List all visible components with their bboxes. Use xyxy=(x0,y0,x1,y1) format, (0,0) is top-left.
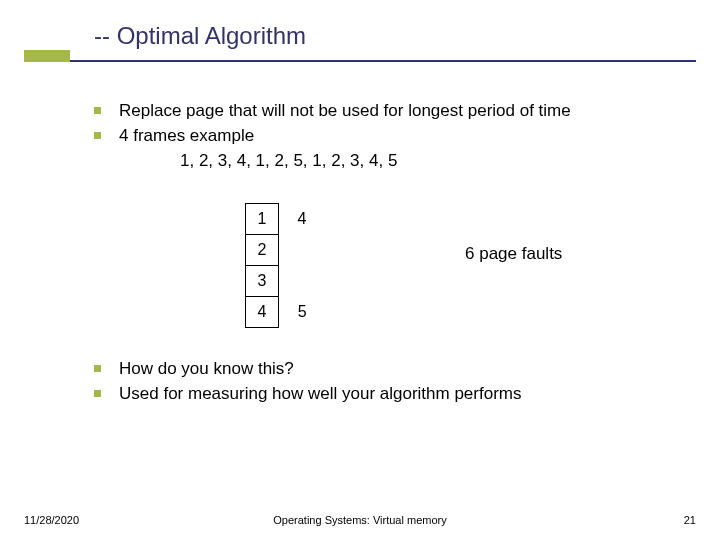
frame-side-cell: 5 xyxy=(279,296,319,327)
slide-content: Replace page that will not be used for l… xyxy=(70,100,680,408)
frame-side-cell xyxy=(279,234,319,265)
bullet-text: How do you know this? xyxy=(119,358,294,381)
bullet-item: Replace page that will not be used for l… xyxy=(70,100,680,123)
bullet-item: Used for measuring how well your algorit… xyxy=(70,383,680,406)
lower-bullets: How do you know this? Used for measuring… xyxy=(70,358,680,406)
footer-title: Operating Systems: Virtual memory xyxy=(0,514,720,526)
frame-cell: 4 xyxy=(246,296,279,327)
bullet-item: 4 frames example xyxy=(70,125,680,148)
bullet-item: How do you know this? xyxy=(70,358,680,381)
bullet-text: 4 frames example xyxy=(119,125,254,148)
bullet-icon xyxy=(94,132,101,139)
table-row: 1 4 xyxy=(246,203,319,234)
footer-page-number: 21 xyxy=(684,514,696,526)
page-faults-label: 6 page faults xyxy=(465,243,562,266)
slide-title: -- Optimal Algorithm xyxy=(94,22,306,50)
frame-cell: 3 xyxy=(246,265,279,296)
frames-table: 1 4 2 3 4 5 xyxy=(245,203,319,328)
frame-side-cell: 4 xyxy=(279,203,319,234)
bullet-icon xyxy=(94,365,101,372)
slide: -- Optimal Algorithm Replace page that w… xyxy=(0,0,720,540)
bullet-icon xyxy=(94,390,101,397)
reference-string: 1, 2, 3, 4, 1, 2, 5, 1, 2, 3, 4, 5 xyxy=(180,150,680,173)
frame-cell: 1 xyxy=(246,203,279,234)
frame-cell: 2 xyxy=(246,234,279,265)
title-accent-box xyxy=(24,50,70,62)
title-underline xyxy=(24,60,696,62)
table-row: 4 5 xyxy=(246,296,319,327)
frames-diagram: 1 4 2 3 4 5 6 page faults xyxy=(245,203,680,338)
bullet-text: Replace page that will not be used for l… xyxy=(119,100,571,123)
table-row: 2 xyxy=(246,234,319,265)
bullet-icon xyxy=(94,107,101,114)
bullet-text: Used for measuring how well your algorit… xyxy=(119,383,522,406)
table-row: 3 xyxy=(246,265,319,296)
frame-side-cell xyxy=(279,265,319,296)
